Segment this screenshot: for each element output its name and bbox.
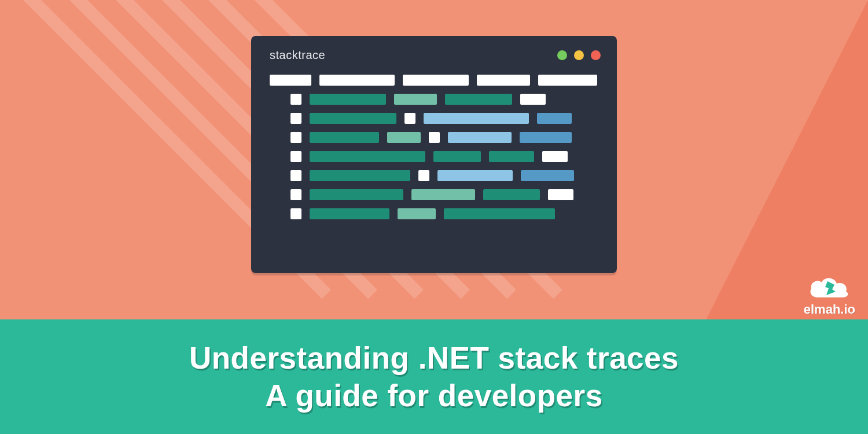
code-line <box>270 151 598 162</box>
code-segment <box>398 208 436 219</box>
code-segment <box>444 208 555 219</box>
code-segment <box>521 170 574 181</box>
code-segment <box>290 132 301 143</box>
code-segment <box>403 75 469 86</box>
window-body <box>251 69 617 245</box>
maximize-icon <box>574 50 584 60</box>
code-segment <box>310 189 403 200</box>
code-line <box>270 208 598 219</box>
code-segment <box>319 75 395 86</box>
code-segment <box>537 113 572 124</box>
code-segment <box>310 132 379 143</box>
code-segment <box>290 151 301 162</box>
code-segment <box>489 151 534 162</box>
code-segment <box>290 94 301 105</box>
code-segment <box>437 170 513 181</box>
code-segment <box>424 113 529 124</box>
window-title: stacktrace <box>270 49 325 62</box>
brand-logo: elmah.io <box>804 275 855 317</box>
code-segment <box>290 113 301 124</box>
code-segment <box>418 170 429 181</box>
window-controls <box>557 50 601 60</box>
code-segment <box>310 208 389 219</box>
stacktrace-window: stacktrace <box>251 36 617 273</box>
code-segment <box>520 94 546 105</box>
window-titlebar: stacktrace <box>251 36 617 69</box>
code-line <box>270 113 598 124</box>
code-segment <box>538 75 597 86</box>
code-segment <box>394 94 437 105</box>
code-segment <box>483 189 540 200</box>
code-segment <box>290 170 301 181</box>
code-segment <box>448 132 512 143</box>
elmah-cloud-icon <box>807 275 852 304</box>
code-segment <box>429 132 440 143</box>
code-segment <box>433 151 481 162</box>
code-segment <box>477 75 530 86</box>
code-segment <box>520 132 572 143</box>
title-banner: Understanding .NET stack traces A guide … <box>0 319 868 434</box>
brand-name: elmah.io <box>804 302 855 317</box>
code-line <box>270 94 598 105</box>
code-segment <box>411 189 475 200</box>
code-line <box>270 189 598 200</box>
code-segment <box>290 208 301 219</box>
code-segment <box>404 113 415 124</box>
code-segment <box>542 151 568 162</box>
code-segment <box>270 75 311 86</box>
code-line <box>270 170 598 181</box>
code-segment <box>548 189 573 200</box>
minimize-icon <box>557 50 567 60</box>
code-segment <box>310 151 425 162</box>
code-segment <box>310 170 410 181</box>
code-segment <box>445 94 512 105</box>
code-line <box>270 75 598 86</box>
code-segment <box>387 132 421 143</box>
code-line <box>270 132 598 143</box>
close-icon <box>591 50 601 60</box>
code-segment <box>310 113 396 124</box>
code-segment <box>290 189 301 200</box>
banner-line-2: A guide for developers <box>265 378 602 413</box>
banner-line-1: Understanding .NET stack traces <box>189 340 679 376</box>
code-segment <box>310 94 386 105</box>
